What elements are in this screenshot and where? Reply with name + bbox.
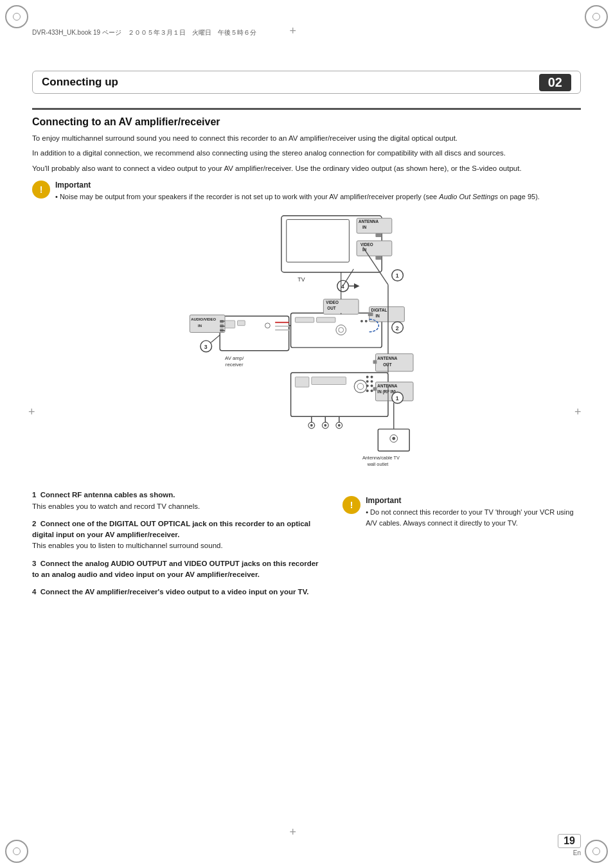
body-text-3: You'll probably also want to connect a v… [32, 163, 581, 174]
step-3-bold: 3 Connect the analog AUDIO OUTPUT and VI… [32, 560, 319, 578]
corner-mark-bl [5, 840, 28, 863]
footer: 19 En [558, 834, 581, 856]
meta-line: DVR-433H_UK.book 19 ページ ２００５年３月１日 火曜日 午後… [32, 28, 256, 37]
svg-text:VIDEO: VIDEO [360, 242, 373, 247]
step-2-plain: This enables you to listen to multichann… [32, 542, 223, 549]
svg-text:receiver: receiver [226, 362, 244, 368]
svg-point-20 [360, 320, 363, 323]
important-icon-right: ! [342, 496, 360, 514]
svg-point-18 [336, 325, 346, 335]
svg-point-60 [354, 380, 367, 393]
diagram-area: TV ANTENNA IN VIDEO IN 4 1 [32, 209, 581, 479]
important-icon-top: ! [32, 181, 50, 199]
step-4-bold: 4 Connect the AV amplifier/receiver's vi… [32, 588, 308, 596]
section-separator [32, 108, 581, 110]
svg-text:IN: IN [375, 314, 380, 318]
body-text-2: In addition to a digital connection, we … [32, 148, 581, 159]
svg-point-67 [371, 385, 373, 387]
svg-text:VIDEO: VIDEO [326, 301, 339, 305]
svg-rect-86 [373, 387, 377, 391]
svg-text:1: 1 [396, 395, 399, 402]
svg-rect-1 [287, 220, 350, 262]
svg-text:ANTENNA: ANTENNA [359, 220, 378, 224]
chapter-number: 02 [539, 74, 571, 91]
svg-text:IN: IN [362, 226, 367, 230]
main-content: Connecting to an AV amplifier/receiver T… [32, 108, 581, 829]
svg-text:1: 1 [396, 273, 399, 279]
important-content-right: Important • Do not connect this recorder… [366, 496, 581, 528]
section-heading: Connecting to an AV amplifier/receiver [32, 116, 581, 128]
svg-point-21 [365, 320, 368, 323]
svg-line-49 [211, 335, 220, 343]
svg-point-76 [324, 424, 326, 427]
svg-text:wall outlet: wall outlet [367, 461, 389, 467]
svg-rect-58 [295, 377, 308, 387]
page-number: 19 [558, 834, 581, 848]
crosshair-bottom [288, 828, 301, 841]
svg-rect-82 [373, 360, 377, 364]
page-title: Connecting up [42, 76, 533, 89]
svg-point-74 [310, 424, 313, 427]
svg-text:ANTENNA: ANTENNA [377, 357, 397, 361]
svg-text:AUDIO/VIDEO: AUDIO/VIDEO [191, 317, 216, 321]
step-1-plain: This enables you to watch and record TV … [32, 502, 200, 510]
connection-diagram: TV ANTENNA IN VIDEO IN 4 1 [172, 209, 441, 479]
svg-rect-34 [238, 321, 245, 326]
step-1-bold: 1 Connect RF antenna cables as shown. [32, 491, 175, 499]
svg-text:ANTENNA: ANTENNA [377, 384, 397, 389]
crosshair-top [288, 27, 301, 40]
svg-text:OUT: OUT [383, 362, 391, 367]
body-text-1: To enjoy multichannel surround sound you… [32, 133, 581, 144]
tv-label: TV [298, 277, 305, 283]
step-2: 2 Connect one of the DIGITAL OUT OPTICAL… [32, 518, 323, 552]
corner-mark-br [585, 840, 608, 863]
svg-text:Antenna/cable TV: Antenna/cable TV [362, 455, 400, 461]
svg-point-61 [357, 384, 364, 390]
svg-rect-17 [317, 317, 335, 323]
step-3: 3 Connect the analog AUDIO OUTPUT and VI… [32, 558, 323, 581]
svg-point-19 [339, 328, 344, 333]
svg-text:AV amp/: AV amp/ [225, 356, 244, 362]
svg-point-91 [392, 437, 395, 440]
svg-text:2: 2 [396, 325, 399, 332]
svg-text:3: 3 [204, 344, 208, 350]
important-content-top: Important • Noise may be output from you… [55, 181, 540, 202]
svg-rect-59 [312, 377, 346, 385]
svg-rect-33 [224, 321, 235, 328]
important-label-right: Important [366, 496, 581, 505]
svg-point-68 [366, 390, 369, 393]
svg-point-69 [371, 390, 373, 393]
important-text-right: • Do not connect this recorder to your T… [366, 507, 581, 528]
important-box-top: ! Important • Noise may be output from y… [32, 181, 581, 202]
svg-point-35 [265, 323, 271, 328]
svg-rect-5 [375, 233, 382, 237]
corner-mark-tr [585, 5, 608, 28]
svg-rect-29 [368, 312, 373, 316]
step-2-bold: 2 Connect one of the DIGITAL OUT OPTICAL… [32, 520, 310, 538]
svg-point-64 [366, 380, 369, 383]
two-col-section: 1 Connect RF antenna cables as shown. Th… [32, 490, 581, 604]
svg-text:OUT: OUT [327, 306, 335, 311]
svg-rect-16 [295, 317, 314, 323]
svg-point-65 [371, 380, 373, 383]
important-label-top: Important [55, 181, 540, 190]
svg-point-62 [366, 376, 369, 378]
svg-point-78 [338, 424, 341, 427]
svg-text:DIGITAL: DIGITAL [371, 308, 387, 312]
steps-column: 1 Connect RF antenna cables as shown. Th… [32, 490, 323, 604]
step-4: 4 Connect the AV amplifier/receiver's vi… [32, 587, 323, 598]
svg-point-66 [366, 385, 369, 387]
header-bar: Connecting up 02 [32, 71, 581, 94]
important-text-top: • Noise may be output from your speakers… [55, 191, 540, 202]
important-box-right: ! Important • Do not connect this record… [342, 496, 581, 528]
svg-rect-9 [375, 256, 382, 260]
corner-mark-tl [5, 5, 28, 28]
language-code: En [558, 849, 581, 856]
svg-text:IN: IN [198, 324, 202, 328]
step-1: 1 Connect RF antenna cables as shown. Th… [32, 490, 323, 512]
svg-point-63 [371, 376, 373, 378]
right-column: ! Important • Do not connect this record… [342, 490, 581, 604]
